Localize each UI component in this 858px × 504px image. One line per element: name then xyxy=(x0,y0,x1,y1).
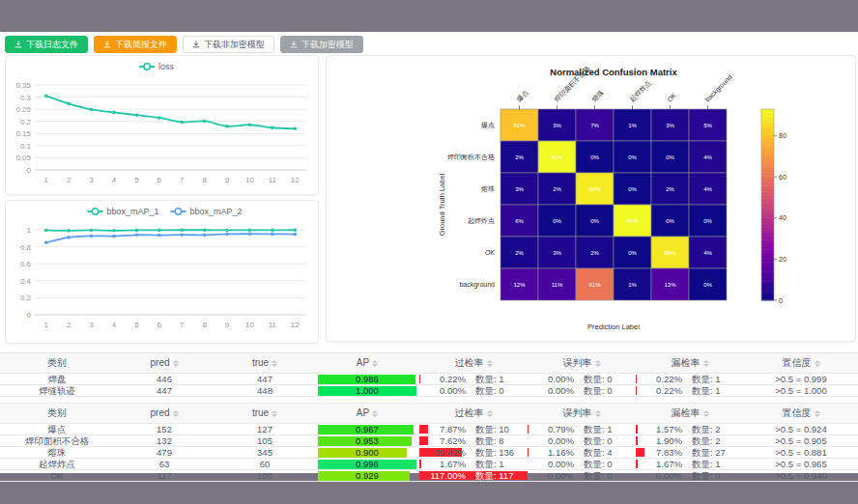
cell-misjudge: 0.00%数量: 0 xyxy=(528,385,636,396)
matrix-ylabel: Ground Truth Label xyxy=(438,173,446,236)
svg-text:bbox_mAP_1: bbox_mAP_1 xyxy=(107,207,159,216)
svg-text:3: 3 xyxy=(89,176,94,184)
svg-text:0.15: 0.15 xyxy=(15,129,31,138)
sort-carets-icon[interactable] xyxy=(595,410,601,417)
col-header-ap[interactable]: AP xyxy=(315,353,419,373)
col-header-ap[interactable]: AP xyxy=(315,404,419,423)
cell-overdetect: 39.42%数量: 136 xyxy=(419,447,528,458)
svg-text:7: 7 xyxy=(180,176,185,184)
col-header-confidence[interactable]: 置信度 xyxy=(744,404,858,423)
col-header-overdetect[interactable]: 过检率 xyxy=(419,404,528,423)
miss-percent: 1.57% xyxy=(644,424,682,434)
misjudge-percent: 0.79% xyxy=(535,424,574,434)
svg-text:11: 11 xyxy=(269,321,277,329)
cell-ap: 0.967 xyxy=(315,425,419,434)
cell-overdetect: 0.00%数量: 0 xyxy=(419,385,528,396)
col-header-confidence[interactable]: 置信度 xyxy=(744,353,858,373)
col-header-pred[interactable]: pred xyxy=(114,353,214,373)
col-header-misjudge[interactable]: 误判率 xyxy=(528,353,636,373)
series-loss xyxy=(44,95,297,131)
sort-carets-icon[interactable] xyxy=(173,360,179,367)
svg-text:爆点: 爆点 xyxy=(515,89,530,104)
sort-carets-icon[interactable] xyxy=(815,360,820,367)
col-header-label: 置信度 xyxy=(783,353,812,373)
miss-percent: 0.22% xyxy=(644,374,682,384)
cell-class: 焊印面积不合格 xyxy=(0,435,114,446)
svg-text:11%: 11% xyxy=(552,282,563,288)
miss-count: 数量: 1 xyxy=(692,385,736,396)
cell-true: 60 xyxy=(214,459,315,469)
misjudge-percent: 1.16% xyxy=(535,447,574,458)
svg-text:爆点: 爆点 xyxy=(481,122,495,129)
charts-area: loss00.050.10.150.20.250.30.351234567891… xyxy=(5,55,856,344)
cell-misjudge: 0.00%数量: 0 xyxy=(528,459,636,469)
loss-chart-card: loss00.050.10.150.20.250.30.351234567891… xyxy=(5,55,319,195)
svg-text:4%: 4% xyxy=(703,186,712,192)
overdetect-bar xyxy=(419,375,420,383)
col-header-pred[interactable]: pred xyxy=(114,404,214,423)
svg-text:起焊炸点: 起焊炸点 xyxy=(628,79,652,103)
sort-carets-icon[interactable] xyxy=(703,360,709,367)
ap-value: 0.953 xyxy=(318,436,416,446)
overdetect-count: 数量: 136 xyxy=(475,447,520,458)
line-charts-column: loss00.050.10.150.20.250.30.351234567891… xyxy=(5,55,319,344)
sort-carets-icon[interactable] xyxy=(173,410,179,417)
cell-ap: 1.000 xyxy=(315,386,419,396)
col-header-true[interactable]: true xyxy=(214,404,315,423)
sort-carets-icon[interactable] xyxy=(703,410,709,417)
col-header-miss[interactable]: 漏检率 xyxy=(636,353,744,373)
cell-class: 爆点 xyxy=(0,424,114,434)
cell-misjudge: 0.00%数量: 0 xyxy=(528,470,636,481)
col-header-class: 类别 xyxy=(0,404,114,423)
table-header-row: 类别predtrueAP过检率误判率漏检率置信度 xyxy=(0,404,858,424)
col-header-miss[interactable]: 漏检率 xyxy=(636,404,744,423)
overdetect-bar xyxy=(419,460,421,468)
sort-carets-icon[interactable] xyxy=(272,410,277,417)
sort-carets-icon[interactable] xyxy=(372,360,378,367)
cell-ap: 0.986 xyxy=(315,375,419,384)
svg-text:2%: 2% xyxy=(666,186,674,192)
col-header-label: 漏检率 xyxy=(672,404,701,423)
col-header-label: AP xyxy=(357,404,369,423)
col-header-label: 类别 xyxy=(47,353,67,373)
svg-text:1: 1 xyxy=(43,176,48,184)
col-header-overdetect[interactable]: 过检率 xyxy=(419,353,528,373)
col-header-true[interactable]: true xyxy=(214,353,315,373)
cell-confidence: >0.5 = 0.905 xyxy=(744,435,858,446)
download-encrypted-model-button[interactable]: 下载加密模型 xyxy=(280,36,363,53)
svg-text:0: 0 xyxy=(779,297,783,304)
cell-misjudge: 0.00%数量: 0 xyxy=(528,374,636,384)
ap-bar-wrap: 1.000 xyxy=(318,386,416,396)
svg-text:0%: 0% xyxy=(628,154,637,160)
ap-bar-wrap: 0.953 xyxy=(318,436,416,446)
ap-bar-wrap: 0.967 xyxy=(318,425,416,434)
sort-carets-icon[interactable] xyxy=(815,410,820,417)
misjudge-count: 数量: 0 xyxy=(584,470,628,481)
sort-carets-icon[interactable] xyxy=(487,360,493,367)
overdetect-percent: 39.42% xyxy=(427,447,466,458)
download-icon xyxy=(192,41,200,48)
download-icon xyxy=(103,41,111,48)
svg-text:4: 4 xyxy=(112,176,117,184)
sort-carets-icon[interactable] xyxy=(595,360,601,367)
col-header-label: 误判率 xyxy=(563,404,592,423)
sort-carets-icon[interactable] xyxy=(372,410,378,417)
ap-value: 1.000 xyxy=(318,386,416,396)
sort-carets-icon[interactable] xyxy=(487,410,493,417)
col-header-misjudge[interactable]: 误判率 xyxy=(528,404,636,423)
overdetect-percent: 1.67% xyxy=(427,459,466,469)
cell-true: 345 xyxy=(214,447,315,458)
miss-count: 数量: 2 xyxy=(692,424,736,434)
sort-carets-icon[interactable] xyxy=(272,360,277,367)
series-bbox_mAP_2 xyxy=(44,232,297,244)
cell-miss: 0.22%数量: 1 xyxy=(636,374,744,384)
svg-text:0%: 0% xyxy=(590,154,599,160)
table-row: 焊盘4464470.9860.22%数量: 10.00%数量: 00.22%数量… xyxy=(0,374,858,385)
svg-text:11: 11 xyxy=(269,176,277,184)
download-report-button[interactable]: 下载简报文件 xyxy=(94,36,177,53)
svg-text:0.25: 0.25 xyxy=(15,105,31,114)
download-plain-model-button[interactable]: 下载非加密模型 xyxy=(183,36,274,53)
svg-text:8: 8 xyxy=(202,321,207,329)
download-log-button[interactable]: 下载日志文件 xyxy=(5,36,88,53)
svg-text:2: 2 xyxy=(67,176,72,184)
